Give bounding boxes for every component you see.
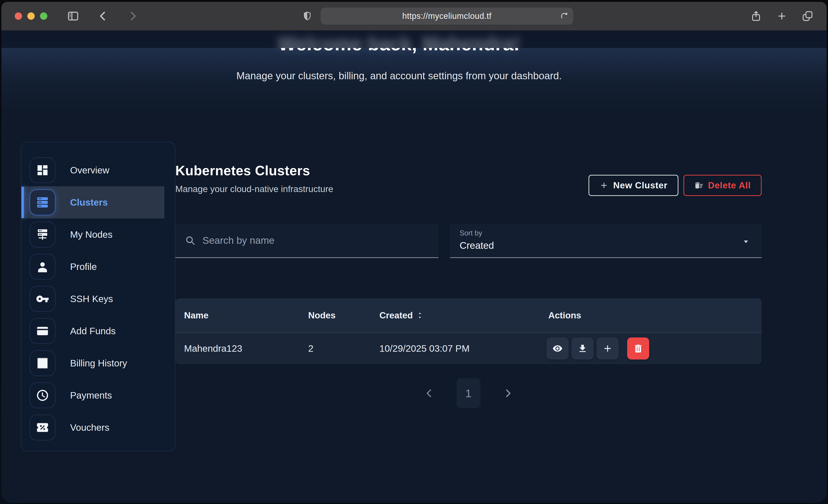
new-cluster-button[interactable]: New Cluster <box>588 175 678 196</box>
trash-icon <box>633 343 644 354</box>
person-icon <box>36 260 49 274</box>
search-input[interactable] <box>202 235 429 246</box>
sidebar-item-payments[interactable]: Payments <box>22 379 164 411</box>
delete-all-button[interactable]: Delete All <box>684 175 761 196</box>
sidebar-item-add-funds[interactable]: Add Funds <box>22 315 164 347</box>
zoom-window-button[interactable] <box>40 12 47 20</box>
cell-name: Mahendra123 <box>175 343 299 354</box>
section-subtitle: Manage your cloud-native infrastructure <box>175 184 333 194</box>
column-header-created[interactable]: Created <box>371 310 540 321</box>
sidebar-item-profile[interactable]: Profile <box>22 251 164 283</box>
section-title: Kubernetes Clusters <box>175 163 333 178</box>
column-header-actions: Actions <box>540 310 761 321</box>
column-label: Created <box>379 310 413 321</box>
receipt-icon <box>36 356 49 370</box>
sidebar-item-label: Payments <box>70 390 112 401</box>
table-header: NameNodesCreatedActions <box>175 298 761 332</box>
chevron-right-icon <box>127 10 139 22</box>
next-page-button[interactable] <box>503 388 513 398</box>
dashboard-icon-tile <box>30 157 55 183</box>
shield-icon <box>302 11 312 21</box>
download-icon <box>577 343 588 354</box>
dashboard-page: Welcome back, Mahendra! Manage your clus… <box>1 31 827 503</box>
share-button[interactable] <box>750 10 762 22</box>
ticket-icon <box>36 421 49 434</box>
eye-icon <box>552 343 563 354</box>
sidebar-item-vouchers[interactable]: Vouchers <box>22 411 164 444</box>
sort-select[interactable]: Sort by Created <box>450 223 761 258</box>
sidebar-item-label: My Nodes <box>70 229 113 240</box>
server-stack-icon <box>36 196 49 209</box>
server-network-icon <box>36 228 49 241</box>
credit-card-icon <box>36 324 49 338</box>
minimize-window-button[interactable] <box>27 12 35 20</box>
clock-icon <box>36 389 49 402</box>
section-actions: New Cluster Delete All <box>588 175 761 196</box>
prev-page-button[interactable] <box>424 388 434 398</box>
sidebar-item-clusters[interactable]: Clusters <box>22 186 164 218</box>
receipt-icon-tile <box>30 350 55 376</box>
sort-vertical-icon <box>416 311 424 319</box>
section-header: Kubernetes Clusters Manage your cloud-na… <box>175 163 761 196</box>
chevron-left-icon <box>424 388 434 398</box>
sidebar-item-overview[interactable]: Overview <box>22 154 164 186</box>
download-button[interactable] <box>572 337 593 360</box>
credit-card-icon-tile <box>30 318 55 344</box>
sidebar-item-label: SSH Keys <box>70 294 113 304</box>
refresh-icon <box>560 12 569 20</box>
sidebar-item-label: Add Funds <box>70 326 116 337</box>
new-cluster-label: New Cluster <box>613 180 667 191</box>
delete-button[interactable] <box>627 337 649 360</box>
person-icon-tile <box>30 254 55 280</box>
sidebar-item-ssh-keys[interactable]: SSH Keys <box>22 283 164 315</box>
sidebar-toggle-icon[interactable] <box>67 10 79 22</box>
plus-icon <box>602 343 613 354</box>
page-number[interactable]: 1 <box>457 378 481 408</box>
cell-created: 10/29/2025 03:07 PM <box>371 343 540 354</box>
clock-icon-tile <box>30 382 55 408</box>
browser-window: https://myceliumcloud.tf Welcome back, M… <box>1 2 827 503</box>
key-icon <box>36 292 49 305</box>
cell-nodes: 2 <box>299 343 371 354</box>
section-title-block: Kubernetes Clusters Manage your cloud-na… <box>175 163 333 194</box>
desktop: https://myceliumcloud.tf Welcome back, M… <box>0 0 828 504</box>
sidebar: OverviewClustersMy NodesProfileSSH KeysA… <box>21 142 175 451</box>
server-stack-icon-tile <box>30 190 55 215</box>
share-icon <box>750 10 762 22</box>
close-window-button[interactable] <box>15 12 22 20</box>
privacy-shield-icon[interactable] <box>302 11 312 21</box>
clusters-table: NameNodesCreatedActions Mahendra123210/2… <box>175 298 761 364</box>
search-icon <box>185 235 196 246</box>
welcome-subtitle: Manage your clusters, billing, and accou… <box>1 70 797 82</box>
server-network-icon-tile <box>30 222 55 247</box>
sort-updown-icon <box>416 311 424 319</box>
sidebar-item-my-nodes[interactable]: My Nodes <box>22 218 164 251</box>
new-tab-button[interactable] <box>776 10 788 22</box>
address-bar[interactable]: https://myceliumcloud.tf <box>321 8 573 25</box>
column-label: Nodes <box>308 310 335 321</box>
tabs-icon <box>802 10 813 22</box>
url-zone: https://myceliumcloud.tf <box>139 8 737 25</box>
chevron-down-icon <box>741 237 751 247</box>
forward-button[interactable] <box>127 10 139 22</box>
tab-overview-button[interactable] <box>802 10 813 22</box>
reload-button[interactable] <box>560 12 569 20</box>
search-field[interactable] <box>175 223 439 258</box>
back-button[interactable] <box>97 10 109 22</box>
add-button[interactable] <box>596 337 619 360</box>
sidebar-nav: OverviewClustersMy NodesProfileSSH KeysA… <box>22 154 164 444</box>
ticket-icon-tile <box>30 415 55 440</box>
chevron-right-icon <box>503 388 513 398</box>
dashboard-icon <box>36 164 49 177</box>
sidebar-item-label: Profile <box>70 261 97 272</box>
column-label: Name <box>184 310 208 321</box>
url-text: https://myceliumcloud.tf <box>402 11 491 21</box>
plus-icon <box>776 10 788 22</box>
view-button[interactable] <box>546 337 569 360</box>
content-row: OverviewClustersMy NodesProfileSSH KeysA… <box>1 142 827 503</box>
sidebar-item-billing-history[interactable]: Billing History <box>22 347 164 379</box>
sort-label: Sort by <box>460 229 761 237</box>
dropdown-arrow-icon <box>741 237 751 247</box>
plus-icon <box>599 181 609 190</box>
plus-icon <box>599 181 609 190</box>
